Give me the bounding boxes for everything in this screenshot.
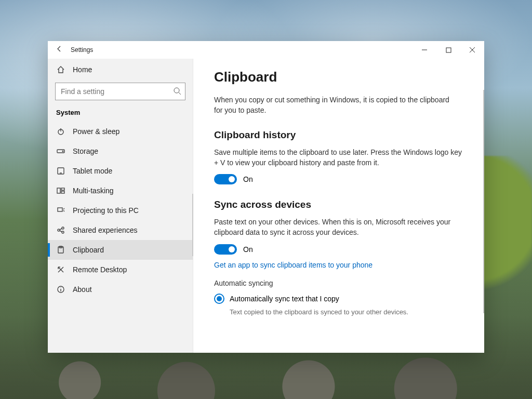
radio-dot [217, 296, 222, 301]
svg-rect-14 [61, 191, 64, 193]
auto-sync-radio-label: Automatically sync text that I copy [230, 295, 339, 303]
radio-button[interactable] [214, 294, 224, 304]
sidebar-home[interactable]: Home [48, 60, 193, 79]
sidebar-item-tablet-mode[interactable]: Tablet mode [48, 161, 193, 181]
sidebar-item-label: Clipboard [73, 246, 104, 254]
svg-point-4 [174, 88, 179, 93]
svg-point-9 [62, 151, 63, 152]
shared-icon [56, 225, 65, 235]
search-container [55, 83, 185, 100]
sidebar: Home System Power & sleep Storage [48, 59, 193, 353]
sync-heading: Sync across devices [214, 199, 463, 210]
search-icon [173, 87, 181, 97]
sidebar-item-label: Remote Desktop [73, 265, 127, 274]
sync-app-link[interactable]: Get an app to sync clipboard items to yo… [214, 261, 373, 269]
minimize-button[interactable] [413, 41, 436, 59]
clipboard-history-desc: Save multiple items to the clipboard to … [214, 147, 463, 168]
sidebar-item-label: About [73, 285, 92, 294]
sync-toggle[interactable]: On [214, 244, 463, 255]
toggle-track [214, 174, 237, 184]
search-input[interactable] [55, 83, 185, 100]
svg-rect-1 [446, 48, 451, 52]
clipboard-history-toggle[interactable]: On [214, 174, 463, 184]
clipboard-history-heading: Clipboard history [214, 129, 463, 141]
svg-point-16 [58, 229, 60, 231]
sidebar-item-remote-desktop[interactable]: Remote Desktop [48, 260, 193, 280]
about-icon [56, 285, 65, 294]
page-intro: When you copy or cut something in Window… [214, 95, 453, 116]
sidebar-item-storage[interactable]: Storage [48, 141, 193, 161]
storage-icon [56, 147, 65, 156]
titlebar: Settings [48, 41, 484, 59]
svg-line-19 [60, 229, 62, 230]
svg-rect-12 [57, 188, 60, 193]
svg-point-18 [62, 231, 64, 233]
sidebar-item-label: Multi-tasking [73, 187, 114, 195]
svg-point-27 [60, 287, 61, 288]
page-title: Clipboard [214, 69, 463, 85]
back-button[interactable] [53, 45, 65, 55]
sidebar-item-power-sleep[interactable]: Power & sleep [48, 122, 193, 141]
sidebar-item-about[interactable]: About [48, 280, 193, 299]
toggle-knob [229, 246, 235, 252]
auto-sync-radio-row[interactable]: Automatically sync text that I copy [214, 292, 463, 306]
toggle-state-label: On [243, 175, 253, 183]
window-title: Settings [71, 46, 93, 54]
power-icon [56, 127, 65, 136]
maximize-button[interactable] [436, 41, 460, 59]
svg-line-5 [179, 92, 181, 95]
tablet-icon [56, 166, 65, 176]
svg-rect-15 [58, 208, 62, 211]
sidebar-item-label: Power & sleep [73, 127, 119, 136]
sync-desc: Paste text on your other devices. When t… [214, 217, 463, 238]
sidebar-item-label: Shared experiences [73, 226, 138, 234]
sidebar-item-shared-experiences[interactable]: Shared experiences [48, 220, 193, 240]
automatic-syncing-heading: Automatic syncing [214, 279, 463, 287]
window-controls [413, 41, 484, 59]
sync-group: Sync across devices Paste text on your o… [214, 199, 463, 316]
clipboard-icon [56, 245, 65, 255]
toggle-knob [229, 176, 235, 182]
sidebar-home-label: Home [73, 65, 92, 74]
close-button[interactable] [460, 41, 484, 59]
remote-icon [56, 265, 65, 274]
svg-point-17 [62, 227, 64, 229]
sidebar-item-label: Storage [73, 147, 98, 155]
sidebar-nav-list: Power & sleep Storage Tablet mode Multi-… [48, 122, 193, 353]
auto-sync-hint: Text copied to the clipboard is synced t… [230, 308, 463, 316]
svg-rect-13 [61, 188, 64, 190]
sidebar-item-label: Tablet mode [73, 167, 112, 175]
project-icon [56, 206, 65, 215]
sidebar-section-label: System [48, 105, 193, 122]
clipboard-history-group: Clipboard history Save multiple items to… [214, 129, 463, 185]
toggle-state-label: On [243, 245, 253, 254]
multitask-icon [56, 186, 65, 195]
sidebar-item-projecting[interactable]: Projecting to this PC [48, 201, 193, 220]
toggle-track [214, 244, 237, 255]
content-scrollbar[interactable] [483, 90, 484, 313]
svg-line-20 [60, 231, 62, 232]
sidebar-item-multi-tasking[interactable]: Multi-tasking [48, 181, 193, 201]
home-icon [56, 65, 65, 74]
settings-window: Settings Home [48, 41, 484, 353]
sidebar-item-clipboard[interactable]: Clipboard [48, 240, 193, 260]
content-pane: Clipboard When you copy or cut something… [193, 59, 484, 353]
sidebar-item-label: Projecting to this PC [73, 206, 139, 215]
